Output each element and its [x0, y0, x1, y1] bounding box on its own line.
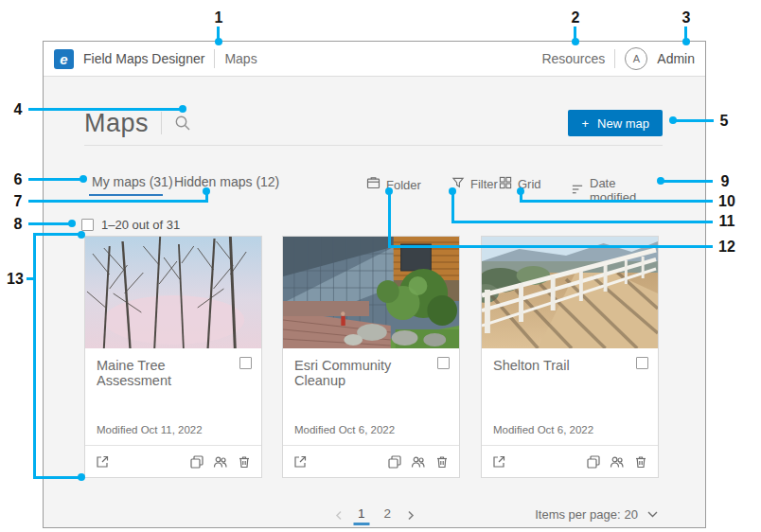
- pagination-row: 1 2 Items per page: 20: [44, 505, 705, 529]
- card-thumbnail-building[interactable]: [283, 237, 459, 348]
- open-map-icon[interactable]: [292, 454, 308, 470]
- map-card[interactable]: Esri Community Cleanup Modified Oct 6, 2…: [282, 236, 460, 478]
- resources-link[interactable]: Resources: [541, 51, 605, 66]
- prev-page-icon[interactable]: [334, 510, 343, 521]
- delete-icon[interactable]: [434, 454, 450, 470]
- card-actions: [387, 454, 450, 470]
- breadcrumb-maps[interactable]: Maps: [224, 51, 257, 66]
- folder-icon: [366, 176, 380, 193]
- callout-number-8: 8: [14, 216, 23, 233]
- callout-dot: [78, 231, 85, 239]
- sort-icon: [571, 183, 584, 199]
- callout-dot: [449, 187, 456, 195]
- callout-dot: [385, 187, 393, 195]
- tab-hidden-maps[interactable]: Hidden maps (12): [174, 174, 279, 189]
- callout-number-6: 6: [14, 171, 23, 188]
- callout-number-5: 5: [720, 113, 729, 130]
- app-header: e Field Maps Designer Maps Resources A A…: [44, 42, 705, 77]
- callout-dot: [682, 38, 690, 45]
- next-page-icon[interactable]: [406, 510, 415, 521]
- card-checkbox[interactable]: [636, 357, 648, 369]
- tabs-toolbar-row: My maps (31) Hidden maps (12) Folder Fil…: [84, 168, 663, 203]
- card-footer: [283, 445, 459, 477]
- callout-line: [33, 233, 36, 479]
- plus-icon: +: [581, 116, 589, 131]
- delete-icon[interactable]: [237, 454, 252, 470]
- card-actions: [586, 454, 648, 470]
- open-map-icon[interactable]: [491, 454, 506, 470]
- callout-number-12: 12: [718, 239, 735, 256]
- card-thumbnail-trees[interactable]: [85, 237, 261, 348]
- select-all-checkbox[interactable]: [81, 219, 94, 231]
- callout-dot: [669, 116, 677, 124]
- callout-dot: [203, 187, 210, 195]
- chevron-down-icon: [647, 511, 658, 518]
- page-button-2[interactable]: 2: [380, 505, 396, 525]
- callout-number-1: 1: [215, 9, 223, 27]
- card-checkbox[interactable]: [437, 357, 450, 369]
- open-map-icon[interactable]: [95, 454, 110, 470]
- tab-my-maps[interactable]: My maps (31): [92, 174, 173, 189]
- folder-button[interactable]: Folder: [366, 176, 421, 193]
- app-title: Field Maps Designer: [83, 51, 204, 66]
- callout-dot: [179, 105, 186, 113]
- share-group-icon[interactable]: [213, 454, 228, 470]
- callout-dot: [78, 473, 85, 481]
- items-per-page-dropdown[interactable]: Items per page: 20: [535, 507, 658, 522]
- callout-line: [521, 200, 713, 203]
- callout-number-7: 7: [14, 193, 23, 210]
- duplicate-icon[interactable]: [189, 454, 204, 470]
- map-card[interactable]: Shelton Trail Modified Oct 6, 2022: [481, 236, 659, 478]
- items-per-page-value: 20: [625, 507, 638, 522]
- page-button-1[interactable]: 1: [354, 505, 369, 525]
- callout-line: [453, 221, 713, 223]
- callout-dot: [80, 175, 87, 183]
- new-map-button[interactable]: + New map: [568, 110, 663, 136]
- map-card[interactable]: Maine Tree Assessment Modified Oct 11, 2…: [84, 236, 262, 478]
- callout-line: [33, 476, 80, 479]
- search-icon[interactable]: [174, 115, 191, 132]
- screenshot-canvas: e Field Maps Designer Maps Resources A A…: [0, 0, 761, 532]
- title-divider: [161, 112, 162, 134]
- map-card-list: Maine Tree Assessment Modified Oct 11, 2…: [84, 236, 665, 478]
- callout-number-4: 4: [14, 101, 23, 118]
- card-modified-date: Modified Oct 6, 2022: [493, 424, 593, 435]
- selection-count-label: 1–20 out of 31: [101, 218, 180, 232]
- pagination: 1 2: [334, 505, 415, 525]
- callout-line: [388, 191, 391, 248]
- filter-button[interactable]: Filter: [451, 176, 498, 192]
- esri-logo-icon: e: [54, 49, 74, 69]
- page-title: Maps: [84, 109, 149, 138]
- card-checkbox[interactable]: [239, 357, 252, 369]
- delete-icon[interactable]: [633, 454, 648, 470]
- share-group-icon[interactable]: [411, 454, 426, 470]
- callout-line: [451, 191, 454, 223]
- new-map-label: New map: [597, 116, 649, 131]
- card-thumbnail-trail[interactable]: [482, 237, 658, 348]
- active-tab-underline: [89, 194, 163, 196]
- duplicate-icon[interactable]: [586, 454, 601, 470]
- title-underline: [84, 145, 663, 146]
- callout-dot: [657, 177, 664, 185]
- callout-line: [33, 233, 80, 236]
- header-divider: [614, 49, 615, 68]
- callout-line: [390, 245, 713, 248]
- card-title: Maine Tree Assessment: [97, 358, 231, 388]
- callout-line: [28, 222, 71, 225]
- callout-number-9: 9: [721, 173, 730, 190]
- avatar[interactable]: A: [625, 47, 647, 70]
- duplicate-icon[interactable]: [387, 454, 402, 470]
- card-footer: [482, 445, 658, 477]
- callout-line: [661, 180, 713, 183]
- user-menu[interactable]: Admin: [657, 51, 695, 66]
- callout-dot: [517, 187, 524, 195]
- callout-line: [28, 108, 182, 111]
- card-footer: [85, 445, 261, 477]
- callout-number-10: 10: [718, 193, 735, 210]
- share-group-icon[interactable]: [610, 454, 625, 470]
- app-window: e Field Maps Designer Maps Resources A A…: [43, 41, 706, 528]
- callout-number-13: 13: [7, 271, 24, 288]
- callout-line: [28, 178, 82, 181]
- grid-icon: [499, 176, 512, 192]
- items-per-page-label: Items per page:: [535, 507, 620, 522]
